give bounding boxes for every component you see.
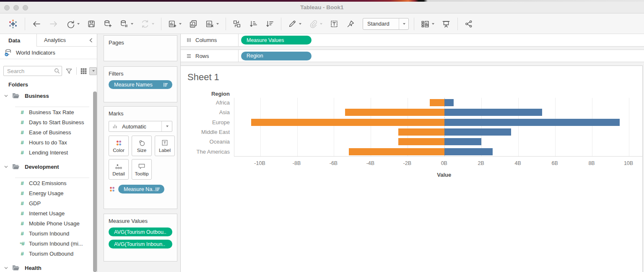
forward-button[interactable]: [47, 18, 61, 30]
folder-health[interactable]: Health: [0, 263, 97, 272]
detail-button[interactable]: Detail: [109, 159, 129, 180]
field-name: Tourism Outbound: [29, 251, 73, 257]
pause-auto-updates-button[interactable]: [117, 18, 135, 30]
bar-africa-avg-tourism-inboun[interactable]: [444, 99, 454, 106]
pages-card[interactable]: Pages: [104, 35, 177, 61]
bar-middle-east-avg-tourism-outbou[interactable]: [398, 128, 444, 136]
field-days-to-start-business[interactable]: #Days to Start Business: [0, 117, 97, 127]
pill-measure-na[interactable]: Measure Na..: [118, 185, 164, 194]
mark-type-dropdown[interactable]: Automatic: [109, 121, 172, 132]
bar-middle-east-avg-tourism-inboun[interactable]: [444, 128, 511, 136]
pill-region[interactable]: Region: [241, 52, 312, 60]
view-options-dropdown[interactable]: [89, 67, 97, 75]
tab-data[interactable]: Data: [0, 34, 37, 47]
measure-values-card[interactable]: Measure Values AVG(Tourism Outbou..AVG(T…: [104, 214, 177, 262]
tableau-logo-button[interactable]: [6, 18, 20, 30]
field-mobile-phone-usage[interactable]: #Mobile Phone Usage: [0, 218, 97, 228]
mark-type-caret[interactable]: [162, 126, 172, 127]
field-hours-to-do-tax[interactable]: #Hours to do Tax: [0, 137, 97, 147]
sort-descending-button[interactable]: [263, 18, 276, 30]
filter-fields-button[interactable]: [65, 68, 73, 75]
fix-axes-button[interactable]: [344, 18, 357, 30]
marks-card[interactable]: Marks Automatic Color Size: [104, 106, 177, 209]
data-pane-tabbar: Data Analytics: [0, 34, 97, 47]
field-tourism-inbound-mi[interactable]: =#Tourism Inbound (mi...: [0, 238, 97, 248]
show-mark-labels-button[interactable]: [327, 18, 341, 30]
format-button[interactable]: [306, 18, 325, 30]
rows-shelf[interactable]: Rows Region: [181, 50, 644, 62]
x-tick-6b: -6B: [330, 160, 338, 166]
pill-avg-tourism-outbou[interactable]: AVG(Tourism Outbou..: [109, 228, 172, 236]
clear-sheet-button[interactable]: [203, 18, 221, 30]
redo-dropdown-caret[interactable]: [77, 23, 80, 25]
field-gdp[interactable]: #GDP: [0, 198, 97, 208]
scrollbar-thumb[interactable]: [93, 92, 97, 272]
format-dropdown-caret[interactable]: [320, 23, 322, 25]
new-worksheet-button[interactable]: [166, 18, 184, 30]
columns-shelf[interactable]: Columns Measure Values: [181, 34, 644, 47]
refresh-icon: [140, 19, 150, 29]
field-lending-interest[interactable]: #Lending Interest: [0, 147, 97, 157]
field-tourism-inbound[interactable]: #Tourism Inbound: [0, 228, 97, 238]
pill-measure-names[interactable]: Measure Names: [109, 80, 172, 89]
pause-dropdown-caret[interactable]: [131, 23, 133, 25]
datasource-row[interactable]: World Indicators: [0, 47, 97, 59]
bar-europe-avg-tourism-inboun[interactable]: [444, 119, 620, 126]
highlight-dropdown-caret[interactable]: [299, 23, 301, 25]
bar-asia-avg-tourism-outbou[interactable]: [345, 109, 444, 116]
field-name: Days to Start Business: [29, 119, 84, 126]
presentation-mode-button[interactable]: [439, 18, 453, 30]
duplicate-sheet-icon: [189, 19, 198, 29]
duplicate-sheet-button[interactable]: [187, 18, 200, 30]
folder-business[interactable]: Business: [0, 91, 97, 101]
tooltip-button[interactable]: Tooltip: [132, 159, 152, 180]
field-ease-of-business[interactable]: #Ease of Business: [0, 127, 97, 137]
color-button[interactable]: Color: [109, 136, 129, 156]
sort-ascending-button[interactable]: [247, 18, 260, 30]
redo-button[interactable]: [64, 18, 82, 30]
highlight-button[interactable]: [286, 18, 304, 30]
refresh-button[interactable]: [138, 18, 156, 30]
worksheet: Sheet 1 Region Value AfricaAsiaEuropeMid…: [181, 65, 643, 272]
bar-asia-avg-tourism-inboun[interactable]: [444, 109, 542, 116]
field-energy-usage[interactable]: #Energy Usage: [0, 188, 97, 198]
collapse-pane-button[interactable]: [85, 34, 97, 46]
bar-africa-avg-tourism-outbou[interactable]: [430, 99, 444, 106]
clear-sheet-dropdown-caret[interactable]: [216, 23, 219, 25]
field-tourism-outbound[interactable]: #Tourism Outbound: [0, 248, 97, 259]
bar-europe-avg-tourism-outbou[interactable]: [251, 119, 445, 126]
back-button[interactable]: [29, 18, 44, 30]
label-button[interactable]: Label: [155, 136, 175, 156]
search-input[interactable]: [3, 66, 62, 76]
bar-oceania-avg-tourism-inboun[interactable]: [444, 138, 481, 145]
field-business-tax-rate[interactable]: #Business Tax Rate: [0, 107, 97, 117]
field-internet-usage[interactable]: #Internet Usage: [0, 208, 97, 218]
view-as-grid-button[interactable]: [80, 68, 87, 75]
show-hide-cards-button[interactable]: [418, 18, 436, 30]
fit-selector[interactable]: Standard: [363, 18, 409, 30]
bar-the-americas-avg-tourism-outbou[interactable]: [349, 148, 445, 155]
size-button[interactable]: Size: [132, 136, 152, 156]
refresh-dropdown-caret[interactable]: [152, 23, 154, 25]
sort-icon: [163, 82, 168, 87]
fit-selector-caret[interactable]: [399, 23, 408, 25]
bar-oceania-avg-tourism-outbou[interactable]: [398, 138, 444, 145]
share-button[interactable]: [462, 18, 475, 30]
new-worksheet-dropdown-caret[interactable]: [179, 23, 182, 25]
filters-card[interactable]: Filters Measure Names: [104, 66, 177, 102]
category-label-oceania: Oceania: [181, 137, 230, 146]
folder-development[interactable]: Development: [0, 162, 97, 172]
swap-rows-columns-button[interactable]: [230, 18, 244, 30]
share-icon: [464, 19, 473, 29]
tab-analytics[interactable]: Analytics: [37, 34, 85, 46]
new-data-source-button[interactable]: [101, 18, 114, 30]
pill-avg-tourism-inboun[interactable]: AVG(Tourism Inboun..: [109, 240, 172, 248]
bar-the-americas-avg-tourism-inboun[interactable]: [444, 148, 492, 155]
measure-icon: #: [19, 210, 25, 217]
pill-measure-values[interactable]: Measure Values: [241, 36, 312, 44]
save-button[interactable]: [85, 18, 98, 30]
measure-icon: #: [19, 251, 25, 257]
search-box: [3, 66, 62, 76]
field-co2-emissions[interactable]: #CO2 Emissions: [0, 178, 97, 188]
cards-dropdown-caret[interactable]: [432, 23, 434, 25]
